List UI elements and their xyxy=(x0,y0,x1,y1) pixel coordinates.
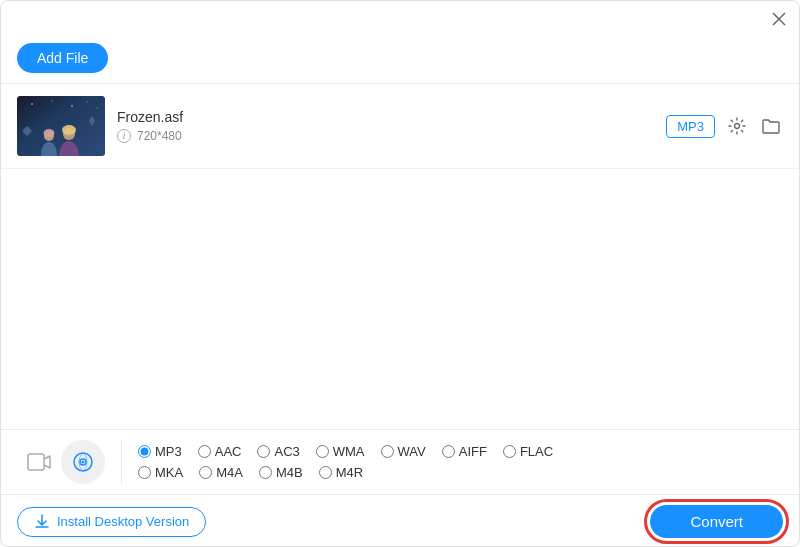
format-ac3-label: AC3 xyxy=(274,444,299,459)
svg-point-5 xyxy=(71,105,73,107)
format-wma[interactable]: WMA xyxy=(316,444,365,459)
format-mp3[interactable]: MP3 xyxy=(138,444,182,459)
format-flac-label: FLAC xyxy=(520,444,553,459)
format-aac-label: AAC xyxy=(215,444,242,459)
file-item: Frozen.asf i 720*480 MP3 xyxy=(1,84,799,169)
close-button[interactable] xyxy=(771,11,787,27)
format-options: MP3 AAC AC3 WMA WAV AIFF F xyxy=(138,444,783,480)
format-wav[interactable]: WAV xyxy=(381,444,426,459)
audio-category-icon[interactable] xyxy=(61,440,105,484)
format-m4r-label: M4R xyxy=(336,465,363,480)
format-m4r[interactable]: M4R xyxy=(319,465,363,480)
format-aiff[interactable]: AIFF xyxy=(442,444,487,459)
format-mp3-label: MP3 xyxy=(155,444,182,459)
main-content: Add File xyxy=(1,37,799,547)
file-meta: i 720*480 xyxy=(117,129,666,143)
format-m4a[interactable]: M4A xyxy=(199,465,243,480)
format-m4b[interactable]: M4B xyxy=(259,465,303,480)
video-category-icon[interactable] xyxy=(17,440,61,484)
format-aac[interactable]: AAC xyxy=(198,444,242,459)
svg-point-4 xyxy=(51,100,53,102)
bottom-bar: Install Desktop Version Convert xyxy=(1,494,799,547)
file-actions: MP3 xyxy=(666,114,783,138)
file-name: Frozen.asf xyxy=(117,109,666,125)
title-bar xyxy=(1,1,799,37)
format-row-2: MKA M4A M4B M4R xyxy=(138,465,783,480)
info-icon: i xyxy=(117,129,131,143)
format-mka-label: MKA xyxy=(155,465,183,480)
svg-point-10 xyxy=(44,129,55,137)
convert-button[interactable]: Convert xyxy=(650,505,783,538)
format-mka[interactable]: MKA xyxy=(138,465,183,480)
svg-point-7 xyxy=(96,107,98,109)
settings-icon[interactable] xyxy=(725,114,749,138)
svg-point-13 xyxy=(62,125,76,135)
format-m4a-label: M4A xyxy=(216,465,243,480)
svg-point-6 xyxy=(86,101,87,102)
format-aiff-label: AIFF xyxy=(459,444,487,459)
svg-point-18 xyxy=(82,461,85,464)
format-ac3[interactable]: AC3 xyxy=(257,444,299,459)
format-wma-label: WMA xyxy=(333,444,365,459)
file-list: Frozen.asf i 720*480 MP3 xyxy=(1,84,799,364)
file-info: Frozen.asf i 720*480 xyxy=(105,109,666,143)
svg-rect-15 xyxy=(28,454,44,470)
install-label: Install Desktop Version xyxy=(57,514,189,529)
format-row-1: MP3 AAC AC3 WMA WAV AIFF F xyxy=(138,444,783,459)
format-wav-label: WAV xyxy=(398,444,426,459)
install-desktop-button[interactable]: Install Desktop Version xyxy=(17,507,206,537)
file-resolution: 720*480 xyxy=(137,129,182,143)
folder-icon[interactable] xyxy=(759,114,783,138)
content-spacer xyxy=(1,364,799,429)
format-categories xyxy=(17,440,122,484)
svg-point-3 xyxy=(31,103,33,105)
format-selector: MP3 AAC AC3 WMA WAV AIFF F xyxy=(1,429,799,494)
format-m4b-label: M4B xyxy=(276,465,303,480)
format-flac[interactable]: FLAC xyxy=(503,444,553,459)
svg-point-14 xyxy=(735,124,740,129)
add-file-button[interactable]: Add File xyxy=(17,43,108,73)
toolbar: Add File xyxy=(1,37,799,84)
format-badge[interactable]: MP3 xyxy=(666,115,715,138)
file-thumbnail xyxy=(17,96,105,156)
